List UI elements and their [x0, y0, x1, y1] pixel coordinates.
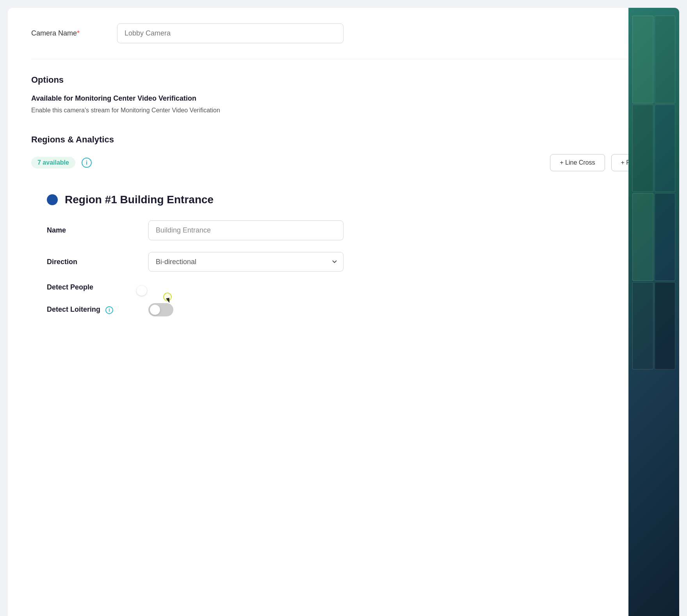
- info-icon[interactable]: i: [82, 158, 92, 168]
- monitoring-option-title: Available for Monitoring Center Video Ve…: [31, 94, 220, 103]
- cam-thumb-5: [632, 193, 653, 281]
- region-name-label: Name: [47, 226, 148, 234]
- region-1-header: Region #1 Building Entrance: [47, 193, 640, 206]
- detect-loitering-row: Detect Loitering i: [47, 303, 640, 316]
- region-title-group: Region #1 Building Entrance: [47, 193, 214, 206]
- regions-title: Regions & Analytics: [31, 135, 656, 145]
- cam-thumb-4: [655, 105, 676, 192]
- monitoring-option-description: Enable this camera's stream for Monitori…: [31, 106, 220, 115]
- camera-thumbnails-grid: [628, 8, 679, 377]
- regions-header: 7 available i + Line Cross + Region: [31, 154, 656, 171]
- cam-thumb-8: [655, 282, 676, 370]
- regions-section: Regions & Analytics 7 available i + Line…: [31, 135, 656, 342]
- region-direction-label: Direction: [47, 258, 148, 266]
- detect-people-knob: [137, 286, 147, 296]
- available-badge: 7 available: [31, 157, 75, 169]
- required-star: *: [77, 29, 80, 37]
- detect-loitering-slider: [148, 303, 173, 316]
- region-1-card: Region #1 Building Entrance: [31, 179, 656, 342]
- cam-thumb-2: [655, 16, 676, 103]
- region-name-row: Name: [47, 220, 640, 240]
- cam-thumb-6: [655, 193, 676, 281]
- cam-thumb-1: [632, 16, 653, 103]
- page-container: Camera Name* Options Available for Monit…: [8, 8, 679, 616]
- monitoring-option-text: Available for Monitoring Center Video Ve…: [31, 94, 220, 115]
- options-title: Options: [31, 75, 656, 85]
- camera-name-input[interactable]: [117, 23, 344, 43]
- regions-left: 7 available i: [31, 157, 92, 169]
- direction-select-wrapper: Bi-directional In only Out only: [148, 252, 344, 272]
- camera-name-row: Camera Name*: [31, 23, 656, 59]
- options-section: Options Available for Monitoring Center …: [31, 75, 656, 115]
- cam-thumb-7: [632, 282, 653, 370]
- side-panel: [628, 8, 679, 616]
- detect-loitering-label: Detect Loitering i: [47, 305, 148, 314]
- region-1-title: Region #1 Building Entrance: [65, 193, 214, 206]
- detect-loitering-toggle[interactable]: [148, 303, 173, 316]
- camera-name-label: Camera Name*: [31, 29, 117, 37]
- main-content: Camera Name* Options Available for Monit…: [8, 8, 679, 616]
- region-direction-row: Direction Bi-directional In only Out onl…: [47, 252, 640, 272]
- detect-loitering-knob: [150, 305, 160, 315]
- detect-people-row: Detect People: [47, 283, 640, 291]
- loitering-info-icon[interactable]: i: [105, 306, 113, 314]
- direction-select[interactable]: Bi-directional In only Out only: [148, 252, 344, 272]
- cam-thumb-3: [632, 105, 653, 192]
- region-name-input[interactable]: [148, 220, 344, 240]
- add-line-cross-button[interactable]: + Line Cross: [550, 154, 605, 171]
- monitoring-option-row: Available for Monitoring Center Video Ve…: [31, 94, 656, 115]
- detect-people-label: Detect People: [47, 283, 148, 291]
- region-1-dot: [47, 194, 58, 205]
